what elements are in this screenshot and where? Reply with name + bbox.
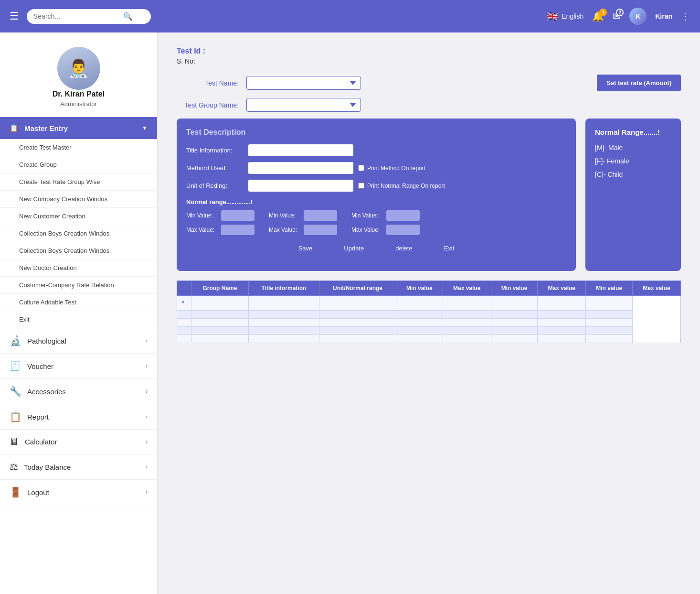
sidebar-profile: 👨‍⚕️ Dr. Kiran Patel Administrator	[0, 32, 157, 117]
child-min-row: Min Value:	[351, 210, 420, 221]
sidebar-item-report[interactable]: 📋 Report ›	[0, 404, 157, 430]
female-min-input[interactable]	[304, 210, 337, 221]
exit-button[interactable]: Exit	[431, 240, 468, 257]
sidebar-sub-item[interactable]: Create Group	[0, 156, 157, 173]
table-cell	[586, 296, 633, 311]
main-content: Test Id : S. No: Test Name: Set test rat…	[158, 32, 700, 594]
unit-reding-label: Unit of Reding:	[186, 182, 248, 189]
sidebar-item-accessories[interactable]: 🔧 Accessories ›	[0, 379, 157, 404]
table-header-row: Group NameTitle informationUnit/Normal r…	[177, 281, 681, 296]
avatar: 👨‍⚕️	[57, 47, 100, 90]
male-max-input[interactable]	[221, 225, 255, 235]
checkbox-group: Print Method On report	[358, 165, 425, 172]
nav-arrow-icon: ›	[146, 489, 148, 496]
sidebar-item-today-balance[interactable]: ⚖ Today Balance ›	[0, 454, 157, 480]
sidebar-sub-item[interactable]: Culture Addable Test	[0, 294, 157, 311]
nav-item-label: Accessories	[27, 388, 66, 396]
method-row: Methord Used: Print Method On report	[186, 162, 566, 174]
sidebar-sub-item[interactable]: Collection Boys Creation Windos	[0, 225, 157, 242]
notification-button[interactable]: 🔔 1	[592, 11, 604, 22]
table-cell	[538, 296, 586, 311]
max-value-label3: Max Value:	[351, 227, 382, 233]
test-desc-title: Test Description	[186, 128, 566, 137]
nav-arrow-icon: ›	[146, 337, 148, 344]
notification-badge: 1	[599, 9, 607, 16]
table-row	[177, 319, 681, 327]
set-rate-button[interactable]: Set test rate (Amount)	[597, 75, 681, 91]
nav-icon: 🧾	[10, 360, 21, 372]
test-group-row: Test Group Name:	[177, 98, 681, 112]
nav-icon: 🚪	[10, 486, 21, 498]
nav-icon: 📋	[10, 411, 21, 422]
test-id-label: Test Id :	[177, 47, 681, 55]
mail-button[interactable]: ✉ 2	[613, 11, 621, 22]
sidebar-item-voucher[interactable]: 🧾 Voucher ›	[0, 354, 157, 379]
sidebar-sub-item[interactable]: Create Test Master	[0, 139, 157, 156]
sidebar-sub-item[interactable]: Create Test Rate Group Wise	[0, 173, 157, 191]
female-max-input[interactable]	[304, 225, 337, 235]
unit-reding-input[interactable]	[248, 180, 353, 192]
nav-icon: 🔧	[10, 386, 21, 397]
table-th-empty	[177, 281, 191, 296]
action-buttons: Save Update delete Exit	[186, 240, 566, 261]
sidebar-item-calculator[interactable]: 🖩 Calculator ›	[0, 430, 157, 454]
max-value-label2: Max Value:	[269, 227, 300, 233]
profile-role: Administrator	[60, 100, 97, 108]
female-min-row: Min Value:	[269, 210, 337, 221]
sidebar-sub-item[interactable]: New Customer Creation	[0, 208, 157, 225]
range-col-child: Min Value: Max Value:	[351, 210, 420, 235]
sidebar-sub-item[interactable]: New Doctor Creation	[0, 259, 157, 277]
sidebar-sub-item[interactable]: New Company Creation Windos	[0, 191, 157, 208]
test-group-label: Test Group Name:	[177, 101, 239, 109]
test-name-select[interactable]	[246, 76, 361, 90]
print-method-row: Print Method On report	[358, 165, 425, 172]
table-th: Unit/Normal range	[319, 281, 396, 296]
master-entry-section: 📋 Master Entry ▼ Create Test MasterCreat…	[0, 117, 157, 328]
male-max-row: Max Value:	[186, 225, 255, 235]
master-entry-icon: 📋	[10, 124, 19, 132]
table-cell	[443, 296, 491, 311]
male-min-row: Min Value:	[186, 210, 255, 221]
child-min-input[interactable]	[386, 210, 420, 221]
table-th: Max value	[443, 281, 491, 296]
more-options-button[interactable]: ⋮	[681, 11, 690, 22]
print-method-checkbox[interactable]	[358, 165, 364, 171]
master-entry-arrow: ▼	[142, 125, 148, 131]
delete-button[interactable]: delete	[382, 240, 425, 257]
master-entry-header[interactable]: 📋 Master Entry ▼	[0, 117, 157, 139]
search-input[interactable]	[33, 12, 119, 20]
language-selector[interactable]: 🇬🇧 English	[547, 11, 583, 22]
update-button[interactable]: Update	[330, 240, 377, 257]
nav-arrow-icon: ›	[146, 388, 148, 395]
child-max-row: Max Value:	[351, 225, 420, 235]
sidebar-item-logout[interactable]: 🚪 Logout ›	[0, 480, 157, 505]
sidebar-item-pathological[interactable]: 🔬 Pathological ›	[0, 328, 157, 354]
nav-icon: 🖩	[10, 436, 19, 447]
table-cell	[248, 296, 319, 311]
title-info-input[interactable]	[248, 144, 353, 156]
female-max-row: Max Value:	[269, 225, 337, 235]
sidebar-sub-item[interactable]: Exit	[0, 311, 157, 328]
table-cell	[177, 327, 191, 335]
child-max-input[interactable]	[386, 225, 420, 235]
print-normal-checkbox[interactable]	[358, 183, 364, 189]
table-row	[177, 335, 681, 343]
sidebar-sub-item[interactable]: Customer-Company Rate Relation	[0, 277, 157, 294]
table-star: *	[182, 300, 184, 306]
method-used-input[interactable]	[248, 162, 353, 174]
nav-item-label: Pathological	[27, 337, 66, 345]
min-value-label2: Min Value:	[269, 212, 300, 219]
table-cell	[191, 296, 249, 311]
table-th: Group Name	[191, 281, 249, 296]
save-button[interactable]: Save	[285, 240, 326, 257]
sno-label: S. No:	[177, 57, 681, 65]
test-group-select[interactable]	[246, 98, 361, 112]
print-method-label: Print Method On report	[367, 165, 425, 172]
table-cell	[396, 296, 443, 311]
male-min-input[interactable]	[221, 210, 255, 221]
nav-arrow-icon: ›	[146, 363, 148, 369]
range-col-male: Min Value: Max Value:	[186, 210, 255, 235]
sidebar-toggle-button[interactable]: ☰	[10, 10, 19, 22]
avatar: K	[629, 8, 647, 25]
sidebar-sub-item[interactable]: Collection Boys Creation Windos	[0, 242, 157, 259]
